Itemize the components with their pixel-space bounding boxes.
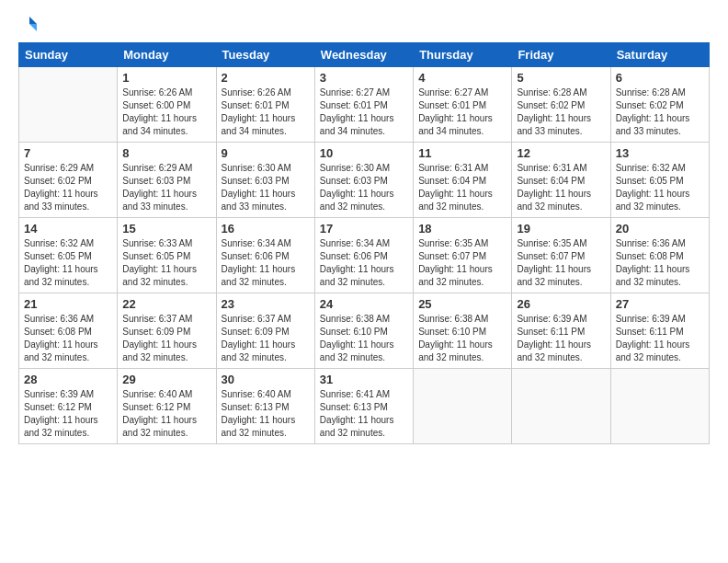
day-cell: 5Sunrise: 6:28 AMSunset: 6:02 PMDaylight…	[512, 67, 610, 143]
weekday-header-row: SundayMondayTuesdayWednesdayThursdayFrid…	[19, 43, 710, 67]
day-cell	[610, 369, 709, 444]
day-cell: 4Sunrise: 6:27 AMSunset: 6:01 PMDaylight…	[414, 67, 512, 143]
day-info: Sunrise: 6:29 AMSunset: 6:02 PMDaylight:…	[24, 162, 112, 213]
day-cell: 7Sunrise: 6:29 AMSunset: 6:02 PMDaylight…	[19, 143, 118, 218]
day-number: 8	[122, 146, 210, 160]
day-number: 26	[517, 297, 605, 311]
day-cell: 18Sunrise: 6:35 AMSunset: 6:07 PMDayligh…	[414, 218, 512, 293]
day-cell: 22Sunrise: 6:37 AMSunset: 6:09 PMDayligh…	[118, 293, 216, 369]
day-cell: 28Sunrise: 6:39 AMSunset: 6:12 PMDayligh…	[19, 369, 118, 444]
day-number: 3	[320, 71, 408, 85]
day-number: 28	[24, 373, 112, 386]
weekday-sunday: Sunday	[19, 43, 118, 67]
day-cell: 11Sunrise: 6:31 AMSunset: 6:04 PMDayligh…	[414, 143, 512, 218]
day-number: 2	[222, 71, 310, 85]
day-info: Sunrise: 6:28 AMSunset: 6:02 PMDaylight:…	[517, 86, 605, 138]
day-number: 20	[616, 222, 704, 236]
day-number: 12	[517, 146, 605, 160]
logo	[18, 15, 39, 33]
day-cell: 12Sunrise: 6:31 AMSunset: 6:04 PMDayligh…	[512, 143, 610, 218]
day-number: 4	[418, 71, 506, 85]
day-number: 30	[222, 373, 310, 386]
day-info: Sunrise: 6:36 AMSunset: 6:08 PMDaylight:…	[616, 237, 704, 289]
day-cell: 6Sunrise: 6:28 AMSunset: 6:02 PMDaylight…	[610, 67, 709, 143]
day-info: Sunrise: 6:37 AMSunset: 6:09 PMDaylight:…	[222, 313, 310, 364]
day-info: Sunrise: 6:26 AMSunset: 6:01 PMDaylight:…	[222, 86, 310, 138]
day-info: Sunrise: 6:30 AMSunset: 6:03 PMDaylight:…	[320, 162, 408, 213]
page: SundayMondayTuesdayWednesdayThursdayFrid…	[0, 0, 728, 563]
day-cell: 15Sunrise: 6:33 AMSunset: 6:05 PMDayligh…	[118, 218, 216, 293]
day-info: Sunrise: 6:31 AMSunset: 6:04 PMDaylight:…	[517, 162, 605, 213]
day-info: Sunrise: 6:29 AMSunset: 6:03 PMDaylight:…	[122, 162, 210, 213]
day-cell	[512, 369, 610, 444]
day-number: 29	[122, 373, 210, 386]
day-number: 11	[418, 146, 506, 160]
day-info: Sunrise: 6:37 AMSunset: 6:09 PMDaylight:…	[122, 313, 210, 364]
weekday-saturday: Saturday	[610, 43, 709, 67]
day-number: 7	[24, 146, 112, 160]
day-info: Sunrise: 6:33 AMSunset: 6:05 PMDaylight:…	[122, 237, 210, 289]
day-number: 22	[122, 297, 210, 311]
weekday-tuesday: Tuesday	[216, 43, 314, 67]
day-cell: 20Sunrise: 6:36 AMSunset: 6:08 PMDayligh…	[610, 218, 709, 293]
day-cell: 13Sunrise: 6:32 AMSunset: 6:05 PMDayligh…	[610, 143, 709, 218]
day-info: Sunrise: 6:39 AMSunset: 6:12 PMDaylight:…	[24, 388, 112, 440]
day-info: Sunrise: 6:27 AMSunset: 6:01 PMDaylight:…	[320, 86, 408, 138]
day-number: 17	[320, 222, 408, 236]
day-cell: 14Sunrise: 6:32 AMSunset: 6:05 PMDayligh…	[19, 218, 118, 293]
day-cell: 21Sunrise: 6:36 AMSunset: 6:08 PMDayligh…	[19, 293, 118, 369]
day-cell: 9Sunrise: 6:30 AMSunset: 6:03 PMDaylight…	[216, 143, 314, 218]
day-cell: 27Sunrise: 6:39 AMSunset: 6:11 PMDayligh…	[610, 293, 709, 369]
day-number: 18	[418, 222, 506, 236]
day-number: 13	[616, 146, 704, 160]
day-number: 25	[418, 297, 506, 311]
day-info: Sunrise: 6:32 AMSunset: 6:05 PMDaylight:…	[24, 237, 112, 289]
day-cell: 16Sunrise: 6:34 AMSunset: 6:06 PMDayligh…	[216, 218, 314, 293]
day-info: Sunrise: 6:27 AMSunset: 6:01 PMDaylight:…	[418, 86, 506, 138]
weekday-friday: Friday	[512, 43, 610, 67]
day-cell: 26Sunrise: 6:39 AMSunset: 6:11 PMDayligh…	[512, 293, 610, 369]
day-cell	[19, 67, 118, 143]
day-cell: 31Sunrise: 6:41 AMSunset: 6:13 PMDayligh…	[314, 369, 413, 444]
day-info: Sunrise: 6:34 AMSunset: 6:06 PMDaylight:…	[320, 237, 408, 289]
day-info: Sunrise: 6:31 AMSunset: 6:04 PMDaylight:…	[418, 162, 506, 213]
svg-marker-0	[29, 17, 37, 24]
day-number: 9	[222, 146, 310, 160]
weekday-monday: Monday	[118, 43, 216, 67]
weekday-thursday: Thursday	[414, 43, 512, 67]
day-info: Sunrise: 6:41 AMSunset: 6:13 PMDaylight:…	[320, 388, 408, 440]
day-cell: 25Sunrise: 6:38 AMSunset: 6:10 PMDayligh…	[414, 293, 512, 369]
day-cell: 2Sunrise: 6:26 AMSunset: 6:01 PMDaylight…	[216, 67, 314, 143]
day-cell: 17Sunrise: 6:34 AMSunset: 6:06 PMDayligh…	[314, 218, 413, 293]
day-info: Sunrise: 6:38 AMSunset: 6:10 PMDaylight:…	[418, 313, 506, 364]
day-info: Sunrise: 6:38 AMSunset: 6:10 PMDaylight:…	[320, 313, 408, 364]
day-info: Sunrise: 6:26 AMSunset: 6:00 PMDaylight:…	[122, 86, 210, 138]
weekday-wednesday: Wednesday	[314, 43, 413, 67]
day-cell: 1Sunrise: 6:26 AMSunset: 6:00 PMDaylight…	[118, 67, 216, 143]
day-info: Sunrise: 6:39 AMSunset: 6:11 PMDaylight:…	[517, 313, 605, 364]
day-cell: 23Sunrise: 6:37 AMSunset: 6:09 PMDayligh…	[216, 293, 314, 369]
day-cell	[414, 369, 512, 444]
day-cell: 29Sunrise: 6:40 AMSunset: 6:12 PMDayligh…	[118, 369, 216, 444]
day-number: 15	[122, 222, 210, 236]
day-info: Sunrise: 6:36 AMSunset: 6:08 PMDaylight:…	[24, 313, 112, 364]
day-cell: 8Sunrise: 6:29 AMSunset: 6:03 PMDaylight…	[118, 143, 216, 218]
day-info: Sunrise: 6:30 AMSunset: 6:03 PMDaylight:…	[222, 162, 310, 213]
day-number: 16	[222, 222, 310, 236]
calendar-table: SundayMondayTuesdayWednesdayThursdayFrid…	[18, 42, 710, 444]
day-info: Sunrise: 6:35 AMSunset: 6:07 PMDaylight:…	[418, 237, 506, 289]
day-number: 24	[320, 297, 408, 311]
day-number: 5	[517, 71, 605, 85]
week-row-5: 28Sunrise: 6:39 AMSunset: 6:12 PMDayligh…	[19, 369, 710, 444]
day-number: 31	[320, 373, 408, 386]
week-row-3: 14Sunrise: 6:32 AMSunset: 6:05 PMDayligh…	[19, 218, 710, 293]
day-cell: 30Sunrise: 6:40 AMSunset: 6:13 PMDayligh…	[216, 369, 314, 444]
day-number: 10	[320, 146, 408, 160]
day-number: 14	[24, 222, 112, 236]
day-cell: 10Sunrise: 6:30 AMSunset: 6:03 PMDayligh…	[314, 143, 413, 218]
day-number: 19	[517, 222, 605, 236]
logo-icon	[20, 15, 39, 33]
day-info: Sunrise: 6:39 AMSunset: 6:11 PMDaylight:…	[616, 313, 704, 364]
week-row-1: 1Sunrise: 6:26 AMSunset: 6:00 PMDaylight…	[19, 67, 710, 143]
day-number: 1	[122, 71, 210, 85]
